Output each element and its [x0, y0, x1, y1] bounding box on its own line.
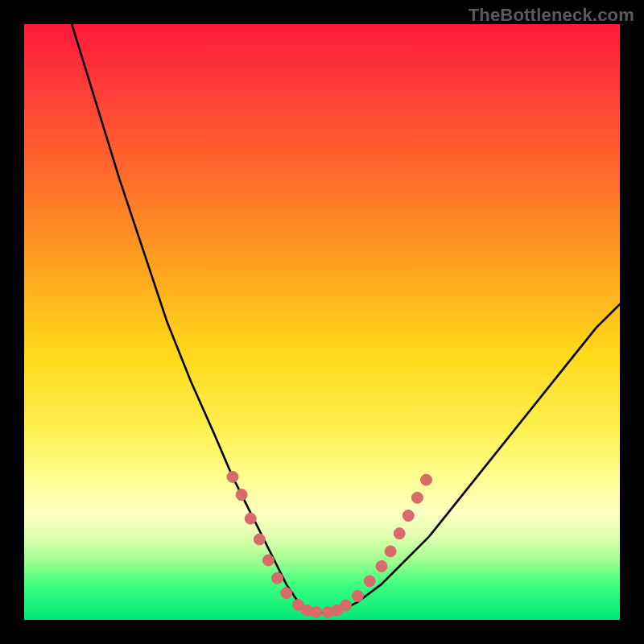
sample-point	[411, 492, 423, 503]
sample-point	[394, 528, 405, 539]
chart-frame: TheBottleneck.com	[0, 0, 644, 644]
sample-point	[227, 471, 238, 482]
sample-point	[311, 606, 322, 617]
sample-point	[245, 513, 256, 524]
plot-area	[24, 24, 620, 620]
sample-point	[352, 590, 363, 601]
sample-point	[281, 588, 292, 599]
bottleneck-curve	[72, 24, 620, 613]
sample-point	[385, 546, 396, 557]
sample-points-group	[227, 471, 432, 617]
sample-point	[272, 572, 283, 584]
watermark-text: TheBottleneck.com	[469, 5, 634, 26]
sample-point	[402, 510, 414, 522]
sample-point	[341, 600, 352, 611]
sample-point	[262, 555, 274, 566]
sample-point	[376, 560, 387, 572]
sample-point	[254, 534, 265, 545]
chart-svg	[24, 24, 620, 620]
sample-point	[421, 474, 432, 485]
sample-point	[364, 576, 375, 587]
sample-point	[236, 489, 247, 501]
